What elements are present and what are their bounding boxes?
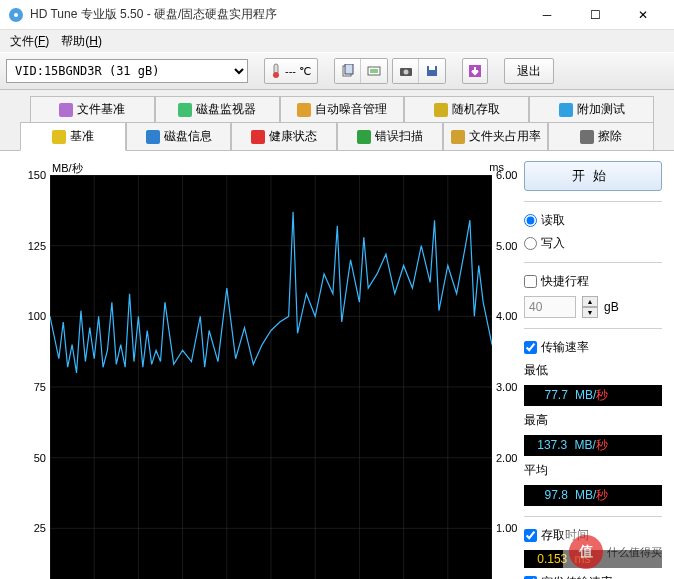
menu-file[interactable]: 文件(F) bbox=[4, 31, 55, 52]
benchmark-chart: 02550751001251500.001.002.003.004.005.00… bbox=[50, 175, 492, 579]
tab-upper-1[interactable]: 磁盘监视器 bbox=[155, 96, 280, 122]
spin-down[interactable]: ▼ bbox=[582, 307, 598, 318]
svg-rect-7 bbox=[370, 69, 378, 73]
watermark-icon: 值 bbox=[569, 535, 603, 569]
y-right-tick: 1.00 bbox=[492, 522, 517, 534]
svg-rect-5 bbox=[345, 64, 353, 74]
max-label: 最高 bbox=[524, 412, 662, 429]
y-right-tick: 2.00 bbox=[492, 452, 517, 464]
y-left-tick: 50 bbox=[34, 452, 50, 464]
avg-value: 97.8 MB/秒 bbox=[524, 485, 662, 506]
max-value: 137.3 MB/秒 bbox=[524, 435, 662, 456]
avg-label: 平均 bbox=[524, 462, 662, 479]
temperature-display: --- ℃ bbox=[264, 58, 318, 84]
min-value: 77.7 MB/秒 bbox=[524, 385, 662, 406]
watermark: 值 什么值得买 bbox=[563, 531, 668, 573]
side-panel: 开始 读取 写入 快捷行程 ▲▼ gB 传输速率 最低 77.7 MB/秒 最高… bbox=[512, 161, 662, 579]
tab-lower-1[interactable]: 磁盘信息 bbox=[126, 122, 232, 151]
save-button[interactable] bbox=[419, 59, 445, 83]
y-right-tick: 6.00 bbox=[492, 169, 517, 181]
y-right-tick: 3.00 bbox=[492, 381, 517, 393]
start-button[interactable]: 开始 bbox=[524, 161, 662, 191]
tab-lower-0[interactable]: 基准 bbox=[20, 122, 126, 151]
exit-button[interactable]: 退出 bbox=[504, 58, 554, 84]
svg-rect-11 bbox=[429, 66, 435, 70]
menu-bar: 文件(F) 帮助(H) bbox=[0, 30, 674, 52]
chart-area: MB/秒 ms 02550751001251500.001.002.003.00… bbox=[12, 161, 512, 579]
radio-read[interactable]: 读取 bbox=[524, 212, 662, 229]
short-stroke-unit: gB bbox=[604, 300, 619, 314]
content-area: MB/秒 ms 02550751001251500.001.002.003.00… bbox=[0, 150, 674, 579]
y-left-tick: 125 bbox=[28, 240, 50, 252]
toolbar: VID:15BGND3R (31 gB) --- ℃ 退出 bbox=[0, 52, 674, 90]
spin-up[interactable]: ▲ bbox=[582, 296, 598, 307]
y-left-tick: 150 bbox=[28, 169, 50, 181]
tabs-row-lower: 基准磁盘信息健康状态错误扫描文件夹占用率擦除 bbox=[0, 122, 674, 151]
check-short-stroke[interactable]: 快捷行程 bbox=[524, 273, 662, 290]
svg-point-3 bbox=[273, 72, 279, 78]
min-label: 最低 bbox=[524, 362, 662, 379]
close-button[interactable]: ✕ bbox=[620, 0, 666, 30]
maximize-button[interactable]: ☐ bbox=[572, 0, 618, 30]
svg-point-1 bbox=[14, 13, 18, 17]
toolbar-group-1 bbox=[334, 58, 388, 84]
tab-lower-5[interactable]: 擦除 bbox=[548, 122, 654, 151]
tab-upper-3[interactable]: 随机存取 bbox=[404, 96, 529, 122]
tab-upper-2[interactable]: 自动噪音管理 bbox=[280, 96, 405, 122]
y-right-tick: 4.00 bbox=[492, 310, 517, 322]
copy-screenshot-button[interactable] bbox=[361, 59, 387, 83]
tab-lower-3[interactable]: 错误扫描 bbox=[337, 122, 443, 151]
minimize-button[interactable]: ─ bbox=[524, 0, 570, 30]
short-stroke-input[interactable] bbox=[524, 296, 576, 318]
tabs-row-upper: 文件基准磁盘监视器自动噪音管理随机存取附加测试 bbox=[0, 90, 674, 122]
y-left-tick: 25 bbox=[34, 522, 50, 534]
title-bar: HD Tune 专业版 5.50 - 硬盘/固态硬盘实用程序 ─ ☐ ✕ bbox=[0, 0, 674, 30]
tab-lower-4[interactable]: 文件夹占用率 bbox=[443, 122, 549, 151]
drive-select[interactable]: VID:15BGND3R (31 gB) bbox=[6, 59, 248, 83]
screenshot-button[interactable] bbox=[393, 59, 419, 83]
tab-lower-2[interactable]: 健康状态 bbox=[231, 122, 337, 151]
options-button[interactable] bbox=[462, 58, 488, 84]
svg-point-9 bbox=[403, 70, 408, 75]
toolbar-group-2 bbox=[392, 58, 446, 84]
y-right-tick: 5.00 bbox=[492, 240, 517, 252]
y-left-tick: 75 bbox=[34, 381, 50, 393]
tab-upper-0[interactable]: 文件基准 bbox=[30, 96, 155, 122]
check-transfer-rate[interactable]: 传输速率 bbox=[524, 339, 662, 356]
tab-upper-4[interactable]: 附加测试 bbox=[529, 96, 654, 122]
check-burst-rate[interactable]: 突发传输速率 bbox=[524, 574, 662, 579]
menu-help[interactable]: 帮助(H) bbox=[55, 31, 108, 52]
window-title: HD Tune 专业版 5.50 - 硬盘/固态硬盘实用程序 bbox=[30, 6, 524, 23]
y-left-label: MB/秒 bbox=[52, 161, 83, 176]
radio-write[interactable]: 写入 bbox=[524, 235, 662, 252]
copy-info-button[interactable] bbox=[335, 59, 361, 83]
y-left-tick: 100 bbox=[28, 310, 50, 322]
app-icon bbox=[8, 7, 24, 23]
thermometer-icon bbox=[271, 63, 281, 79]
